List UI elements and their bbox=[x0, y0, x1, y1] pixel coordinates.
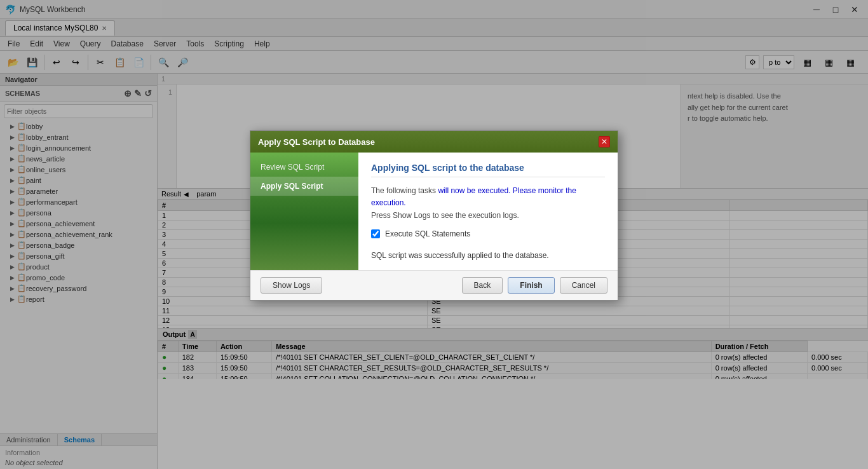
success-message: SQL script was successfully applied to t… bbox=[371, 251, 605, 260]
dialog-title: Apply SQL Script to Database bbox=[258, 137, 375, 147]
cancel-button[interactable]: Cancel bbox=[560, 277, 607, 294]
highlight-text: will now be executed. Please monitor the… bbox=[371, 186, 576, 207]
dialog-nav-review[interactable]: Review SQL Script bbox=[250, 158, 358, 177]
dialog-action-buttons: Back Finish Cancel bbox=[462, 277, 607, 294]
show-logs-button[interactable]: Show Logs bbox=[261, 277, 322, 294]
dialog-close-button[interactable]: ✕ bbox=[599, 136, 610, 147]
dialog-content: Applying SQL script to the database The … bbox=[358, 153, 618, 270]
execute-sql-row: Execute SQL Statements bbox=[371, 229, 605, 238]
dialog-description: The following tasks will now be executed… bbox=[371, 185, 605, 222]
dialog-overlay: Apply SQL Script to Database ✕ Review SQ… bbox=[0, 0, 868, 469]
finish-button[interactable]: Finish bbox=[508, 277, 554, 294]
dialog-nav: Review SQL Script Apply SQL Script bbox=[250, 153, 358, 270]
dialog-body: Review SQL Script Apply SQL Script Apply… bbox=[250, 153, 618, 270]
back-button[interactable]: Back bbox=[462, 277, 503, 294]
dialog-nav-apply[interactable]: Apply SQL Script bbox=[250, 177, 358, 196]
execute-sql-checkbox[interactable] bbox=[371, 229, 380, 238]
description-line1: The following tasks will now be executed… bbox=[371, 186, 576, 207]
dialog-titlebar: Apply SQL Script to Database ✕ bbox=[250, 131, 618, 153]
apply-sql-dialog: Apply SQL Script to Database ✕ Review SQ… bbox=[250, 130, 618, 301]
dialog-footer: Show Logs Back Finish Cancel bbox=[250, 270, 618, 300]
execute-sql-label: Execute SQL Statements bbox=[385, 229, 470, 238]
dialog-content-title: Applying SQL script to the database bbox=[371, 163, 605, 177]
description-line2: Press Show Logs to see the execution log… bbox=[371, 211, 519, 220]
